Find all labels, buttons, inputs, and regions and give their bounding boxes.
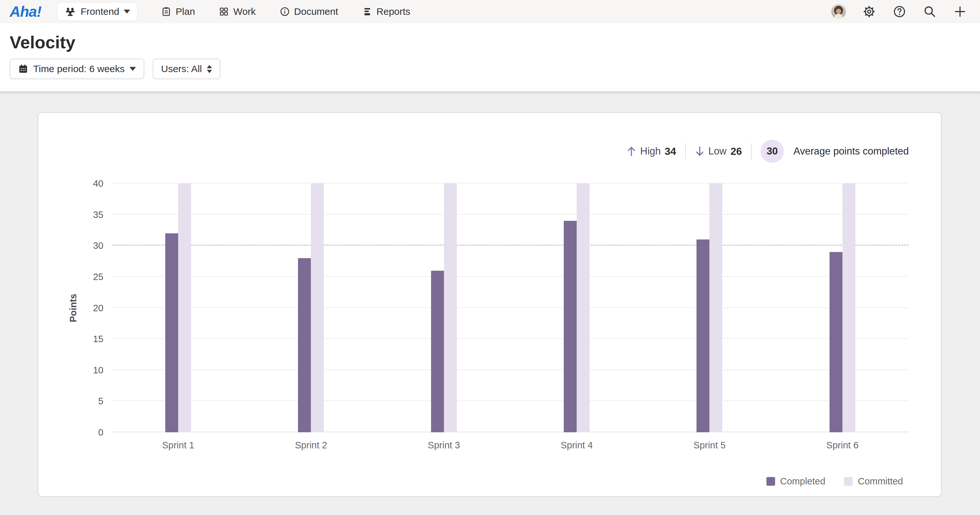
chart-legend: Completed Committed — [112, 476, 909, 486]
nav-item-label: Work — [233, 6, 256, 17]
velocity-bar-chart: Points 0510152025303540 Sprint 1Sprint 2… — [64, 184, 909, 486]
y-axis-ticks: 0510152025303540 — [82, 184, 112, 432]
bar-group — [377, 184, 510, 432]
y-tick-label: 15 — [93, 334, 103, 344]
committed-swatch — [844, 477, 853, 486]
arrow-up-icon — [627, 146, 636, 157]
filter-row: Time period: 6 weeks Users: All — [10, 59, 970, 79]
y-tick-label: 10 — [93, 365, 103, 375]
y-tick-label: 0 — [98, 427, 103, 438]
nav-item-plan[interactable]: Plan — [161, 6, 195, 17]
search-icon[interactable] — [923, 5, 937, 19]
bar-group — [112, 184, 245, 432]
chevron-down-icon — [129, 67, 136, 71]
completed-bar[interactable] — [298, 258, 311, 432]
x-axis-label: Sprint 4 — [510, 440, 643, 452]
page-header: Velocity Time period: 6 weeks Users: All — [0, 23, 980, 92]
low-value: 26 — [731, 146, 742, 157]
page-title: Velocity — [10, 32, 970, 52]
nav-item-work[interactable]: Work — [219, 6, 256, 17]
committed-bar[interactable] — [178, 184, 191, 432]
x-axis-label: Sprint 3 — [377, 440, 510, 452]
y-tick-label: 40 — [93, 178, 103, 189]
stats-divider — [751, 143, 752, 159]
time-period-label: Time period: 6 weeks — [33, 63, 125, 74]
plus-icon[interactable] — [953, 5, 967, 19]
x-axis-label: Sprint 5 — [643, 440, 776, 452]
committed-bar[interactable] — [444, 184, 457, 432]
time-period-filter[interactable]: Time period: 6 weeks — [10, 59, 144, 79]
y-tick-label: 5 — [98, 396, 103, 407]
committed-bar[interactable] — [842, 184, 855, 432]
nav-item-reports[interactable]: Reports — [362, 6, 410, 17]
nav-item-label: Plan — [176, 6, 195, 17]
nav-item-document[interactable]: Document — [280, 6, 338, 17]
y-tick-label: 35 — [93, 209, 103, 220]
x-axis-labels: Sprint 1Sprint 2Sprint 3Sprint 4Sprint 5… — [112, 440, 909, 452]
plot-column: Sprint 1Sprint 2Sprint 3Sprint 4Sprint 5… — [112, 184, 909, 486]
stats-divider — [685, 143, 686, 159]
report-content: High 34 Low 26 30 Average points complet… — [0, 92, 980, 515]
user-avatar[interactable] — [831, 4, 846, 19]
workspace-label: Frontend — [81, 6, 119, 17]
x-axis-label: Sprint 6 — [776, 440, 909, 452]
high-value: 34 — [665, 146, 676, 157]
info-circle-icon — [280, 6, 290, 17]
bar-group — [245, 184, 377, 432]
arrow-down-icon — [695, 146, 705, 157]
y-tick-label: 25 — [93, 271, 103, 282]
users-filter-label: Users: All — [161, 63, 202, 74]
average-label: Average points completed — [794, 146, 909, 157]
nav-item-label: Reports — [377, 6, 410, 17]
legend-item-committed[interactable]: Committed — [844, 476, 903, 486]
committed-bar[interactable] — [710, 184, 722, 432]
committed-bar[interactable] — [577, 184, 590, 432]
nav-item-label: Document — [294, 6, 338, 17]
bar-groups — [112, 184, 909, 432]
nav-right-controls — [831, 4, 967, 19]
calendar-icon — [18, 64, 29, 74]
high-stat: High 34 — [627, 146, 676, 157]
y-tick-label: 20 — [93, 303, 103, 313]
low-stat: Low 26 — [695, 146, 742, 157]
completed-bar[interactable] — [564, 221, 577, 432]
grid-icon — [219, 6, 229, 17]
completed-bar[interactable] — [697, 239, 710, 432]
legend-label: Committed — [858, 476, 903, 486]
legend-label: Completed — [780, 476, 826, 486]
completed-swatch — [767, 477, 775, 486]
committed-bar[interactable] — [311, 184, 324, 432]
users-group-icon — [64, 6, 76, 17]
completed-bar[interactable] — [830, 252, 842, 432]
x-axis-label: Sprint 2 — [245, 440, 377, 452]
bar-group — [643, 184, 776, 432]
high-label: High — [640, 146, 661, 157]
aha-logo[interactable]: Aha! — [10, 3, 41, 20]
low-label: Low — [708, 146, 727, 157]
y-axis-title: Points — [68, 293, 79, 322]
bar-group — [776, 184, 909, 432]
y-tick-label: 30 — [93, 241, 103, 251]
select-arrows-icon — [207, 65, 212, 73]
y-axis-title-col: Points — [64, 184, 82, 432]
completed-bar[interactable] — [431, 271, 444, 432]
users-filter[interactable]: Users: All — [153, 59, 220, 79]
completed-bar[interactable] — [165, 233, 178, 432]
chevron-down-icon — [124, 10, 130, 14]
help-icon[interactable] — [892, 5, 907, 19]
bar-group — [510, 184, 643, 432]
average-badge: 30 — [760, 140, 784, 163]
workspace-selector[interactable]: Frontend — [57, 3, 137, 21]
gear-icon[interactable] — [862, 5, 876, 19]
legend-item-completed[interactable]: Completed — [767, 476, 826, 486]
x-axis-label: Sprint 1 — [112, 440, 245, 452]
plot-area — [112, 184, 909, 432]
report-rows-icon — [362, 6, 372, 17]
velocity-chart-card: High 34 Low 26 30 Average points complet… — [38, 112, 942, 497]
stats-row: High 34 Low 26 30 Average points complet… — [64, 140, 909, 163]
top-nav: Aha! Frontend Plan — [0, 0, 980, 23]
clipboard-icon — [161, 6, 172, 17]
